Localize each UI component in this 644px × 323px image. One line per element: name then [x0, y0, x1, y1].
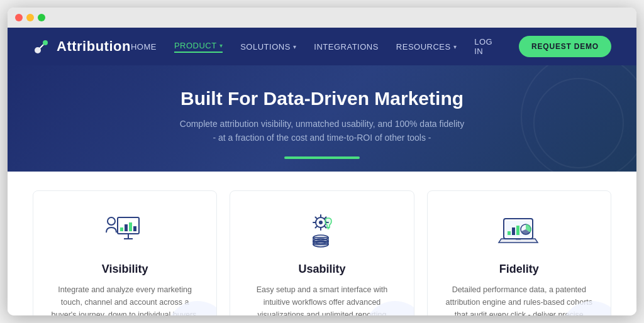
nav-integrations[interactable]: INTEGRATIONS — [314, 42, 379, 52]
feature-card-usability: Usability Easy setup and a smart interfa… — [230, 190, 414, 315]
chevron-down-icon: ▾ — [219, 42, 223, 49]
chevron-down-icon: ▾ — [293, 43, 297, 50]
logo-icon — [33, 38, 50, 55]
browser-window: Attribution HOME PRODUCT ▾ SOLUTIONS ▾ I… — [8, 8, 636, 315]
features-section: Visibility Integrate and analyze every m… — [8, 172, 636, 315]
feature-card-visibility: Visibility Integrate and analyze every m… — [33, 190, 217, 315]
feature-title-usability: Usability — [245, 263, 398, 276]
svg-rect-4 — [120, 227, 123, 231]
feature-desc-usability: Easy setup and a smart interface with in… — [245, 283, 398, 315]
feature-title-fidelity: Fidelity — [443, 263, 596, 276]
nav-product[interactable]: PRODUCT ▾ — [174, 41, 223, 53]
nav-links: HOME PRODUCT ▾ SOLUTIONS ▾ INTEGRATIONS … — [131, 36, 611, 57]
browser-chrome — [8, 8, 636, 28]
svg-point-1 — [43, 40, 48, 45]
feature-card-fidelity: Fidelity Detailed performance data, a pa… — [427, 190, 611, 315]
fidelity-icon — [494, 209, 544, 253]
hero-subtitle: Complete attribution visibility, unmatch… — [33, 117, 611, 145]
request-demo-button[interactable]: REQUEST DEMO — [519, 36, 611, 57]
navbar: Attribution HOME PRODUCT ▾ SOLUTIONS ▾ I… — [8, 28, 636, 65]
nav-login[interactable]: LOG IN — [474, 37, 501, 56]
hero-section: Built For Data-Driven Marketing Complete… — [8, 65, 636, 172]
nav-solutions[interactable]: SOLUTIONS ▾ — [240, 42, 296, 52]
svg-rect-3 — [118, 217, 139, 234]
svg-rect-7 — [133, 226, 136, 231]
usability-icon — [297, 209, 347, 253]
fullscreen-button[interactable] — [38, 14, 45, 21]
svg-rect-21 — [508, 231, 511, 235]
visibility-icon — [100, 209, 150, 253]
nav-home[interactable]: HOME — [131, 42, 157, 52]
chevron-down-icon: ▾ — [453, 43, 457, 50]
feature-desc-visibility: Integrate and analyze every marketing to… — [48, 283, 201, 315]
svg-rect-22 — [512, 227, 515, 235]
svg-rect-23 — [516, 226, 519, 235]
svg-point-11 — [319, 221, 323, 224]
browser-content: Attribution HOME PRODUCT ▾ SOLUTIONS ▾ I… — [8, 28, 636, 315]
nav-resources[interactable]: RESOURCES ▾ — [396, 42, 457, 52]
logo-text: Attribution — [57, 38, 131, 55]
svg-point-2 — [108, 217, 115, 225]
svg-rect-25 — [516, 239, 521, 240]
svg-rect-6 — [129, 222, 132, 231]
close-button[interactable] — [15, 14, 23, 21]
hero-title: Built For Data-Driven Marketing — [33, 88, 611, 109]
svg-point-18 — [313, 242, 328, 247]
hero-divider — [284, 156, 360, 159]
feature-desc-fidelity: Detailed performance data, a patented at… — [443, 283, 596, 315]
feature-title-visibility: Visibility — [48, 263, 201, 276]
minimize-button[interactable] — [26, 14, 34, 21]
logo-area: Attribution — [33, 38, 131, 55]
svg-rect-5 — [125, 224, 128, 231]
